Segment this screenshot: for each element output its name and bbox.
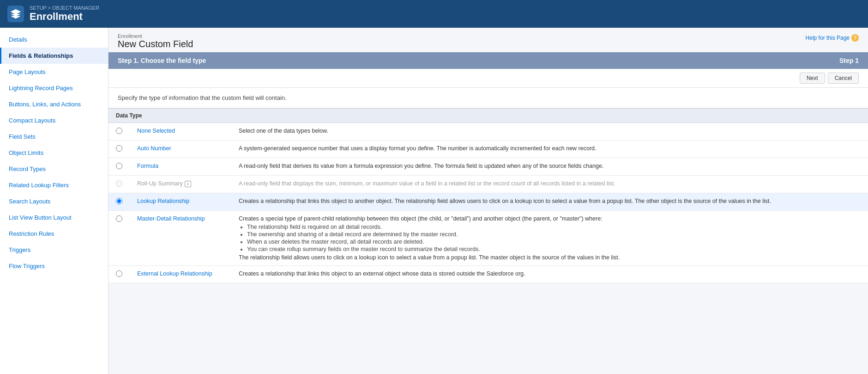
desc-cell-roll-up-summary: A read-only field that displays the sum,… — [231, 176, 868, 193]
cancel-button[interactable]: Cancel — [828, 73, 859, 84]
radio-external-lookup-relationship[interactable] — [116, 270, 122, 277]
field-name-cell-formula: Formula — [130, 158, 231, 176]
radio-cell-roll-up-summary — [108, 176, 130, 193]
list-item: You can create rollup summary fields on … — [247, 246, 861, 252]
sidebar-item-details[interactable]: Details — [0, 31, 108, 48]
field-link-auto-number[interactable]: Auto Number — [137, 145, 171, 152]
table-row: None SelectedSelect one of the data type… — [108, 123, 868, 141]
extra-description: The relationship field allows users to c… — [239, 254, 861, 261]
radio-none-selected[interactable] — [116, 128, 122, 134]
desc-cell-master-detail-relationship: Creates a special type of parent-child r… — [231, 211, 868, 266]
desc-cell-auto-number: A system-generated sequence number that … — [231, 141, 868, 158]
description-text: Specify the type of information that the… — [118, 94, 287, 101]
bullet-list: The relationship field is required on al… — [247, 224, 861, 252]
sidebar-item-field-sets[interactable]: Field Sets — [0, 129, 108, 145]
radio-lookup-relationship[interactable] — [116, 198, 122, 204]
desc-cell-formula: A read-only field that derives its value… — [231, 158, 868, 176]
sidebar-item-search-layouts[interactable]: Search Layouts — [0, 193, 108, 209]
radio-roll-up-summary[interactable] — [116, 180, 122, 187]
header-text: SETUP > OBJECT MANAGER Enrollment — [30, 5, 99, 23]
sidebar-item-related-lookup-filters[interactable]: Related Lookup Filters — [0, 177, 108, 193]
description-text: A read-only field that displays the sum,… — [239, 180, 615, 187]
table-row: Lookup RelationshipCreates a relationshi… — [108, 193, 868, 211]
sidebar: DetailsFields & RelationshipsPage Layout… — [0, 28, 108, 374]
field-name-cell-auto-number: Auto Number — [130, 141, 231, 158]
radio-formula[interactable] — [116, 163, 122, 169]
info-icon[interactable]: i — [185, 181, 191, 187]
field-name-cell-lookup-relationship: Lookup Relationship — [130, 193, 231, 211]
description-text: Creates a relationship that links this o… — [239, 198, 771, 204]
main-layout: DetailsFields & RelationshipsPage Layout… — [0, 28, 868, 374]
help-icon: ? — [851, 34, 859, 42]
radio-cell-external-lookup-relationship — [108, 266, 130, 283]
desc-cell-none-selected: Select one of the data types below. — [231, 123, 868, 141]
desc-cell-lookup-relationship: Creates a relationship that links this o… — [231, 193, 868, 211]
field-link-external-lookup-relationship[interactable]: External Lookup Relationship — [137, 270, 212, 277]
field-link-formula[interactable]: Formula — [137, 163, 158, 169]
table-row: External Lookup RelationshipCreates a re… — [108, 266, 868, 283]
col-header-data-type: Data Type — [108, 109, 231, 123]
sidebar-item-page-layouts[interactable]: Page Layouts — [0, 64, 108, 80]
field-name-cell-master-detail-relationship: Master-Detail Relationship — [130, 211, 231, 266]
list-item: When a user deletes the master record, a… — [247, 239, 861, 245]
breadcrumb: SETUP > OBJECT MANAGER — [30, 5, 99, 11]
field-link-master-detail-relationship[interactable]: Master-Detail Relationship — [137, 215, 205, 222]
radio-cell-lookup-relationship — [108, 193, 130, 211]
field-name-cell-external-lookup-relationship: External Lookup Relationship — [130, 266, 231, 283]
desc-cell-external-lookup-relationship: Creates a relationship that links this o… — [231, 266, 868, 283]
sidebar-item-triggers[interactable]: Triggers — [0, 242, 108, 258]
description-text: A system-generated sequence number that … — [239, 145, 597, 152]
list-item: The relationship field is required on al… — [247, 224, 861, 230]
table-row: Roll-Up SummaryiA read-only field that d… — [108, 176, 868, 193]
description-text: A read-only field that derives its value… — [239, 163, 604, 169]
description-row: Specify the type of information that the… — [108, 88, 868, 108]
content-subheading: Enrollment — [118, 33, 859, 39]
data-type-table: Data Type None SelectedSelect one of the… — [108, 108, 868, 283]
table-row: Master-Detail RelationshipCreates a spec… — [108, 211, 868, 266]
field-link-roll-up-summary: Roll-Up Summary — [137, 180, 183, 187]
radio-cell-auto-number — [108, 141, 130, 158]
sidebar-item-fields-relationships[interactable]: Fields & Relationships — [0, 48, 108, 64]
radio-auto-number[interactable] — [116, 145, 122, 152]
radio-cell-master-detail-relationship — [108, 211, 130, 266]
field-link-lookup-relationship[interactable]: Lookup Relationship — [137, 198, 189, 204]
layers-icon — [11, 9, 21, 19]
field-name-cell-none-selected: None Selected — [130, 123, 231, 141]
next-button[interactable]: Next — [800, 73, 825, 84]
app-icon — [7, 6, 24, 22]
content-title: New Custom Field — [118, 39, 859, 49]
sidebar-item-object-limits[interactable]: Object Limits — [0, 145, 108, 161]
field-name-cell-roll-up-summary: Roll-Up Summaryi — [130, 176, 231, 193]
sidebar-item-lightning-record-pages[interactable]: Lightning Record Pages — [0, 80, 108, 96]
content-header: Help for this Page ? Enrollment New Cust… — [108, 28, 868, 52]
description-text: Select one of the data types below. — [239, 128, 328, 134]
help-link[interactable]: Help for this Page ? — [806, 34, 859, 42]
step-bar: Step 1. Choose the field type Step 1 — [108, 52, 868, 69]
page-title: Enrollment — [30, 11, 99, 23]
sidebar-item-restriction-rules[interactable]: Restriction Rules — [0, 226, 108, 242]
sidebar-item-buttons-links-actions[interactable]: Buttons, Links, and Actions — [0, 96, 108, 112]
sidebar-item-list-view-button-layout[interactable]: List View Button Layout — [0, 209, 108, 226]
app-header: SETUP > OBJECT MANAGER Enrollment — [0, 0, 868, 28]
table-row: FormulaA read-only field that derives it… — [108, 158, 868, 176]
buttons-row: Next Cancel — [108, 69, 868, 88]
step-number: Step 1 — [839, 57, 859, 64]
col-header-desc — [231, 109, 868, 123]
description-text: Creates a special type of parent-child r… — [239, 215, 603, 222]
content-area: Help for this Page ? Enrollment New Cust… — [108, 28, 868, 374]
table-row: Auto NumberA system-generated sequence n… — [108, 141, 868, 158]
radio-master-detail-relationship[interactable] — [116, 215, 122, 222]
sidebar-item-flow-triggers[interactable]: Flow Triggers — [0, 258, 108, 274]
list-item: The ownership and sharing of a detail re… — [247, 231, 861, 238]
sidebar-item-compact-layouts[interactable]: Compact Layouts — [0, 112, 108, 129]
radio-cell-none-selected — [108, 123, 130, 141]
help-link-text: Help for this Page — [806, 35, 850, 41]
sidebar-item-record-types[interactable]: Record Types — [0, 161, 108, 177]
description-text: Creates a relationship that links this o… — [239, 270, 525, 277]
radio-cell-formula — [108, 158, 130, 176]
step-label: Step 1. Choose the field type — [118, 57, 206, 64]
field-link-none-selected[interactable]: None Selected — [137, 128, 175, 134]
